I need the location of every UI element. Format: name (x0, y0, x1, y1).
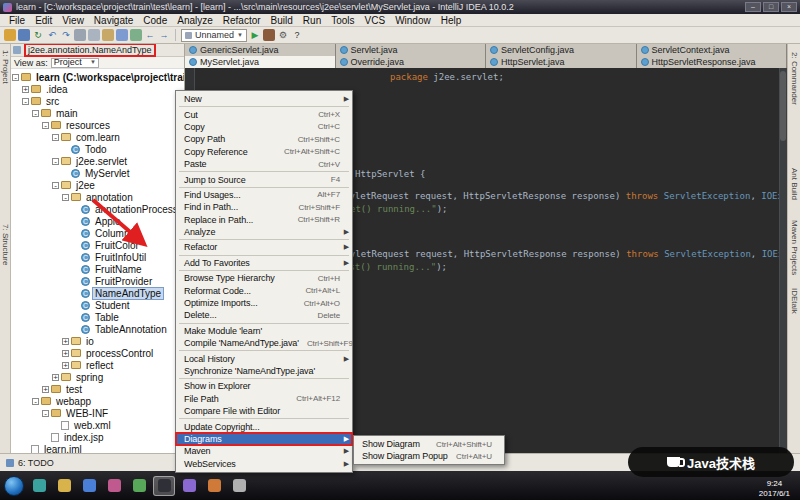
menu-item-cut[interactable]: CutCtrl+X (176, 108, 352, 120)
menu-item-diagrams[interactable]: Diagrams▶ (176, 433, 352, 445)
tree-item-index-jsp[interactable]: index.jsp (11, 431, 184, 443)
tree-toggle-icon[interactable]: - (52, 158, 59, 165)
tree-toggle-icon[interactable]: - (32, 110, 39, 117)
tree-item-annotation[interactable]: -annotation (11, 191, 184, 203)
menu-item-maven[interactable]: Maven▶ (176, 445, 352, 457)
undo-icon[interactable]: ↶ (46, 29, 58, 41)
tree-item-table[interactable]: CTable (11, 311, 184, 323)
menu-item-file-path[interactable]: File PathCtrl+Alt+F12 (176, 393, 352, 405)
menu-item-compare-file-with-editor[interactable]: Compare File with Editor (176, 405, 352, 417)
menu-item-paste[interactable]: PasteCtrl+V (176, 158, 352, 170)
back-icon[interactable]: ← (144, 29, 156, 41)
sync-icon[interactable]: ↻ (32, 29, 44, 41)
scrollbar-thumb[interactable] (780, 71, 786, 141)
paste-icon[interactable] (102, 29, 114, 41)
tree-item-web-inf[interactable]: -WEB-INF (11, 407, 184, 419)
menu-item-compile-nameandtype-java[interactable]: Compile 'NameAndType.java'Ctrl+Shift+F9 (176, 337, 352, 349)
menu-refactor[interactable]: Refactor (218, 15, 266, 26)
tree-item-webapp[interactable]: -webapp (11, 395, 184, 407)
tree-item-myservlet[interactable]: CMyServlet (11, 167, 184, 179)
maximize-button[interactable]: □ (763, 2, 779, 12)
menu-item-webservices[interactable]: WebServices▶ (176, 458, 352, 470)
tree-item-web-xml[interactable]: web.xml (11, 419, 184, 431)
tree-item-apple[interactable]: CApple (11, 215, 184, 227)
menu-help[interactable]: Help (436, 15, 467, 26)
todo-toolwindow-button[interactable]: 6: TODO (18, 458, 54, 468)
tab-servlet-java[interactable]: Servlet.java (336, 44, 487, 56)
tree-item-idea[interactable]: +.idea (11, 83, 184, 95)
menu-item-show-diagram-popup[interactable]: Show Diagram PopupCtrl+Alt+U (354, 450, 504, 462)
menu-item-refactor[interactable]: Refactor▶ (176, 241, 352, 253)
tree-item-j2ee[interactable]: -j2ee (11, 179, 184, 191)
menu-item-analyze[interactable]: Analyze▶ (176, 226, 352, 238)
tree-item-fruitcolor[interactable]: CFruitColor (11, 239, 184, 251)
tree-item-tableannotation[interactable]: CTableAnnotation (11, 323, 184, 335)
forward-icon[interactable]: → (158, 29, 170, 41)
tree-toggle-icon[interactable]: - (52, 182, 59, 189)
tree-item-fruitname[interactable]: CFruitName (11, 263, 184, 275)
menu-code[interactable]: Code (138, 15, 172, 26)
taskbar-app-notes[interactable] (178, 476, 200, 496)
menu-item-replace-in-path[interactable]: Replace in Path...Ctrl+Shift+R (176, 214, 352, 226)
menu-vcs[interactable]: VCS (360, 15, 391, 26)
tab-servletconfig-java[interactable]: ServletConfig.java (486, 44, 637, 56)
toolwindow-button-1-project[interactable]: 1: Project (1, 50, 10, 84)
start-button[interactable] (4, 476, 24, 496)
taskbar-app-tools[interactable] (228, 476, 250, 496)
tree-item-test[interactable]: +test (11, 383, 184, 395)
taskbar-app-media[interactable] (103, 476, 125, 496)
cut-icon[interactable] (74, 29, 86, 41)
tree-toggle-icon[interactable]: - (52, 134, 59, 141)
close-button[interactable]: × (781, 2, 797, 12)
menu-run[interactable]: Run (298, 15, 326, 26)
minimize-button[interactable]: – (745, 2, 761, 12)
menu-item-delete[interactable]: Delete...Delete (176, 309, 352, 321)
taskbar-app-browser[interactable] (28, 476, 50, 496)
tree-toggle-icon[interactable]: - (62, 194, 69, 201)
menu-item-browse-type-hierarchy[interactable]: Browse Type HierarchyCtrl+H (176, 272, 352, 284)
tree-item-com-learn[interactable]: -com.learn (11, 131, 184, 143)
tree-toggle-icon[interactable]: - (12, 74, 19, 81)
tree-item-io[interactable]: +io (11, 335, 184, 347)
tree-toggle-icon[interactable]: + (62, 362, 69, 369)
menu-item-copy-path[interactable]: Copy PathCtrl+Shift+C (176, 133, 352, 145)
menu-item-copy[interactable]: CopyCtrl+C (176, 121, 352, 133)
tree-toggle-icon[interactable]: + (62, 338, 69, 345)
tree-toggle-icon[interactable]: - (22, 98, 29, 105)
tree-item-todo[interactable]: CTodo (11, 143, 184, 155)
menu-view[interactable]: View (57, 15, 89, 26)
menu-item-make-module-learn[interactable]: Make Module 'learn' (176, 325, 352, 337)
tree-toggle-icon[interactable]: + (52, 374, 59, 381)
tab-httpservletresponse-java[interactable]: HttpServletResponse.java (637, 56, 788, 68)
menu-window[interactable]: Window (390, 15, 436, 26)
tree-toggle-icon[interactable]: + (62, 350, 69, 357)
tree-item-src[interactable]: -src (11, 95, 184, 107)
tree-item-column[interactable]: CColumn (11, 227, 184, 239)
toolwindow-button-2-commander[interactable]: 2: Commander (790, 52, 799, 105)
save-icon[interactable] (18, 29, 30, 41)
tab-genericservlet-java[interactable]: GenericServlet.java (185, 44, 336, 56)
menu-analyze[interactable]: Analyze (172, 15, 218, 26)
menu-item-show-in-explorer[interactable]: Show in Explorer (176, 380, 352, 392)
menu-navigate[interactable]: Navigate (89, 15, 138, 26)
tab-servletcontext-java[interactable]: ServletContext.java (637, 44, 788, 56)
menu-item-find-in-path[interactable]: Find in Path...Ctrl+Shift+F (176, 201, 352, 213)
menu-item-local-history[interactable]: Local History▶ (176, 352, 352, 364)
tree-item-spring[interactable]: +spring (11, 371, 184, 383)
tree-toggle-icon[interactable]: - (42, 410, 49, 417)
tree-toggle-icon[interactable]: + (42, 386, 49, 393)
taskbar-app-chat[interactable] (203, 476, 225, 496)
toolwindow-button-ant-build[interactable]: Ant Build (790, 168, 799, 200)
taskbar-app-mail[interactable] (78, 476, 100, 496)
run-config-select[interactable]: Unnamed ▼ (181, 29, 247, 42)
view-as-select[interactable]: Project ▼ (51, 58, 99, 68)
menu-build[interactable]: Build (266, 15, 298, 26)
tree-toggle-icon[interactable]: - (32, 398, 39, 405)
find-icon[interactable] (116, 29, 128, 41)
toolwindow-button-maven-projects[interactable]: Maven Projects (790, 220, 799, 275)
tab-override-java[interactable]: Override.java (336, 56, 487, 68)
tree-item-nameandtype[interactable]: CNameAndType (11, 287, 184, 299)
menu-edit[interactable]: Edit (30, 15, 57, 26)
menu-item-jump-to-source[interactable]: Jump to SourceF4 (176, 173, 352, 185)
tab-myservlet-java[interactable]: MyServlet.java (185, 56, 336, 68)
